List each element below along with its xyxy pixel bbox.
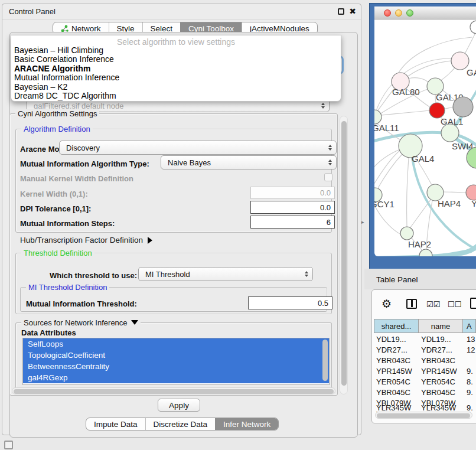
settings-hscrollbar[interactable] bbox=[12, 387, 335, 394]
aracne-mode-combo[interactable]: Discovery bbox=[59, 141, 337, 155]
algorithm-option[interactable]: Bayesian – K2 bbox=[11, 83, 341, 92]
close-icon[interactable]: ✖ bbox=[349, 6, 356, 16]
mi-threshold-label: Mutual Information Threshold: bbox=[26, 299, 137, 308]
spinner-icon bbox=[301, 268, 312, 281]
field-value: 0.0 bbox=[320, 203, 331, 212]
field-value: 0.5 bbox=[318, 299, 328, 308]
attribute-item[interactable]: gal4RGexp bbox=[23, 372, 329, 383]
bottom-left-panel-icon[interactable] bbox=[4, 441, 13, 449]
node-label: HAP4 bbox=[438, 198, 461, 208]
spinner-icon bbox=[317, 100, 329, 112]
cell[interactable]: YBR045C bbox=[376, 388, 410, 397]
network-node[interactable] bbox=[400, 227, 413, 240]
panel-title: Control Panel bbox=[9, 7, 56, 16]
float-window-icon[interactable] bbox=[338, 8, 344, 15]
tab-label: Impute Data bbox=[94, 420, 138, 429]
select-all-icon[interactable]: ☑☑ bbox=[426, 300, 440, 309]
mi-threshold-field[interactable]: 0.5 bbox=[248, 296, 332, 309]
minimize-traffic-light-icon[interactable] bbox=[395, 9, 402, 17]
cell[interactable]: YPR145W bbox=[421, 367, 457, 376]
columns-icon[interactable] bbox=[406, 299, 417, 309]
cell[interactable]: YER054C bbox=[376, 377, 410, 386]
cell[interactable]: YER054C bbox=[421, 377, 455, 386]
attribute-item[interactable]: BetweennessCentrality bbox=[23, 361, 329, 372]
which-threshold-label: Which threshold to use: bbox=[50, 271, 137, 280]
mi-steps-label: Mutual Information Steps: bbox=[20, 219, 115, 228]
column-header-shared-name[interactable]: shared... bbox=[374, 319, 419, 333]
document-icon[interactable] bbox=[470, 298, 476, 309]
mi-algorithm-type-label: Mutual Information Algorithm Type: bbox=[20, 159, 149, 168]
cell[interactable]: YDR27... bbox=[421, 345, 452, 354]
cell[interactable]: 13 bbox=[467, 335, 475, 344]
mi-algorithm-type-combo[interactable]: Naive Bayes bbox=[161, 155, 337, 169]
spinner-icon bbox=[324, 156, 336, 169]
close-traffic-light-icon[interactable] bbox=[384, 9, 391, 17]
cell[interactable]: YBR043C bbox=[376, 356, 410, 365]
cell[interactable]: YBR045C bbox=[421, 388, 455, 397]
sources-toggle[interactable]: Sources for Network Inference bbox=[21, 318, 141, 327]
algorithm-option-selected[interactable]: ARACNE Algorithm bbox=[11, 64, 341, 73]
network-node[interactable] bbox=[374, 110, 382, 124]
network-icon bbox=[61, 25, 69, 32]
cell[interactable]: 9. bbox=[467, 367, 473, 376]
kernel-width-field[interactable]: 0.0 bbox=[250, 187, 335, 199]
list-scrollbar[interactable] bbox=[322, 340, 328, 381]
cell[interactable]: YBR043C bbox=[421, 356, 455, 365]
algorithm-option[interactable]: Bayesian – Hill Climbing bbox=[11, 46, 341, 55]
network-window-titlebar[interactable] bbox=[374, 6, 476, 19]
apply-button[interactable]: Apply bbox=[158, 399, 200, 412]
algorithm-option[interactable]: Basic Correlation Inference bbox=[11, 55, 341, 64]
data-attributes-list[interactable]: SelfLoops TopologicalCoefficient Between… bbox=[22, 338, 330, 385]
group-title: Algorithm Definition bbox=[21, 125, 93, 133]
column-header-name[interactable]: name bbox=[419, 319, 463, 333]
node-label: GAL11 bbox=[374, 123, 399, 133]
cyni-bottom-tabs: Impute Data Discretize Data Infer Networ… bbox=[86, 418, 279, 431]
manual-kernel-width-checkbox[interactable] bbox=[324, 173, 332, 181]
network-view-window: GALGAL80GAL10GAL1GAL11SWI4GAL4GCY1HAP4YH… bbox=[369, 3, 476, 269]
deselect-all-icon[interactable]: ☐☐ bbox=[448, 300, 461, 309]
attribute-item[interactable]: SelfLoops bbox=[23, 338, 329, 350]
node-label: GAL bbox=[467, 67, 476, 77]
algorithm-option[interactable]: Mutual Information Inference bbox=[11, 73, 341, 82]
mi-steps-field[interactable]: 6 bbox=[250, 216, 335, 229]
cell[interactable]: YPR145W bbox=[376, 367, 412, 376]
network-node[interactable] bbox=[419, 249, 432, 256]
algorithm-dropdown-popup: Select algorithm to view settings Bayesi… bbox=[11, 35, 341, 102]
attribute-item[interactable]: TopologicalCoefficient bbox=[23, 350, 329, 361]
hub-definition-toggle[interactable]: Hub/Transcription Factor Definition bbox=[20, 236, 152, 244]
dpi-tolerance-field[interactable]: 0.0 bbox=[250, 201, 335, 214]
cell[interactable]: 9. bbox=[467, 388, 473, 397]
panel-divider-arrow-icon[interactable]: ▸ bbox=[361, 219, 364, 225]
cell[interactable]: YDL19... bbox=[421, 335, 451, 344]
zoom-traffic-light-icon[interactable] bbox=[406, 9, 413, 17]
column-label: shared... bbox=[382, 322, 412, 331]
table-hscrollbar[interactable] bbox=[375, 412, 472, 419]
control-panel-titlebar: Control Panel ✖ bbox=[2, 4, 361, 19]
algorithm-option[interactable]: Dream8 DC_TDC Algorithm bbox=[11, 92, 341, 100]
cell[interactable]: YDR27... bbox=[376, 345, 407, 354]
network-node[interactable] bbox=[441, 124, 459, 142]
algorithm-prompt: Select algorithm to view settings bbox=[11, 35, 341, 46]
settings-vscrollbar[interactable] bbox=[340, 116, 348, 394]
collapsed-arrow-icon bbox=[148, 237, 152, 244]
tab-impute-data[interactable]: Impute Data bbox=[86, 418, 145, 430]
combo-value: Discovery bbox=[60, 144, 100, 152]
cell[interactable]: YDL19... bbox=[376, 335, 406, 344]
network-node[interactable] bbox=[453, 97, 473, 117]
cell[interactable]: 12 bbox=[467, 345, 475, 354]
gear-icon[interactable]: ⚙ bbox=[382, 297, 392, 311]
hub-definition-label: Hub/Transcription Factor Definition bbox=[20, 236, 143, 244]
which-threshold-combo[interactable]: MI Threshold bbox=[138, 267, 313, 281]
column-header-partial[interactable]: A bbox=[463, 319, 476, 333]
kernel-width-label: Kernel Width (0,1): bbox=[20, 190, 88, 198]
network-node[interactable] bbox=[470, 21, 476, 34]
field-value: 0.0 bbox=[320, 188, 331, 197]
network-canvas[interactable]: GALGAL80GAL10GAL1GAL11SWI4GAL4GCY1HAP4YH… bbox=[374, 19, 476, 256]
tab-discretize-data[interactable]: Discretize Data bbox=[145, 418, 216, 430]
node-label: GAL4 bbox=[412, 154, 434, 164]
column-label: name bbox=[431, 322, 451, 331]
network-graph: GALGAL80GAL10GAL1GAL11SWI4GAL4GCY1HAP4YH… bbox=[374, 19, 476, 256]
node-label: Y bbox=[471, 198, 476, 208]
tab-infer-network[interactable]: Infer Network bbox=[215, 418, 278, 430]
cell[interactable]: 8. bbox=[467, 377, 473, 386]
